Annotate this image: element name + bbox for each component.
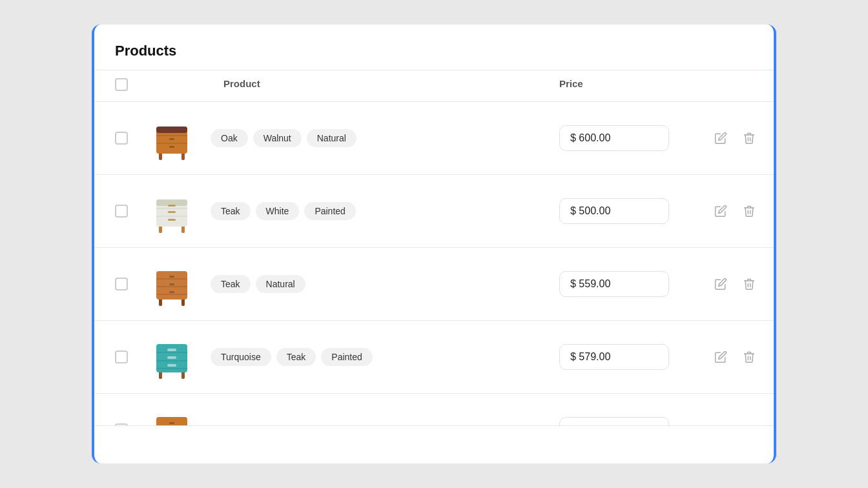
products-card: Products Product Price OakWalnutNatural bbox=[92, 25, 776, 463]
column-header-price: Price bbox=[559, 78, 701, 94]
svg-rect-37 bbox=[169, 422, 174, 424]
svg-rect-35 bbox=[156, 417, 187, 426]
svg-rect-34 bbox=[167, 364, 176, 367]
price-input[interactable] bbox=[559, 271, 669, 297]
svg-rect-23 bbox=[169, 276, 174, 278]
table-body: OakWalnutNatural bbox=[94, 102, 774, 426]
product-image bbox=[146, 331, 198, 383]
svg-rect-25 bbox=[169, 291, 174, 293]
price-cell bbox=[559, 271, 701, 297]
edit-icon bbox=[714, 278, 727, 290]
product-tags: OakWalnutNatural bbox=[211, 129, 356, 147]
table-row: TeakWhitePainted bbox=[94, 175, 774, 248]
delete-button[interactable] bbox=[740, 202, 758, 220]
price-input[interactable] bbox=[559, 344, 669, 370]
row-checkbox[interactable] bbox=[115, 205, 128, 218]
product-cell: TurquoiseTeakPainted bbox=[146, 331, 559, 383]
partial-product-cell bbox=[146, 404, 559, 426]
product-tag: Natural bbox=[307, 129, 356, 147]
table-header: Product Price bbox=[94, 70, 774, 102]
row-checkbox[interactable] bbox=[115, 278, 128, 290]
partial-checkbox-cell bbox=[115, 423, 146, 426]
svg-rect-16 bbox=[168, 219, 176, 221]
price-cell bbox=[559, 344, 701, 370]
product-image bbox=[146, 258, 198, 310]
edit-button[interactable] bbox=[712, 348, 730, 366]
row-checkbox-cell bbox=[115, 205, 146, 218]
actions-cell bbox=[701, 275, 753, 293]
svg-rect-6 bbox=[169, 138, 174, 140]
delete-icon bbox=[743, 205, 756, 218]
product-tag: Painted bbox=[321, 348, 372, 366]
row-checkbox-cell bbox=[115, 351, 146, 363]
row-checkbox-cell bbox=[115, 278, 146, 290]
header-checkbox-cell bbox=[115, 78, 146, 94]
delete-button[interactable] bbox=[740, 129, 758, 147]
partial-product-image bbox=[146, 404, 198, 426]
partial-price-input[interactable] bbox=[559, 417, 669, 426]
delete-icon bbox=[743, 132, 756, 145]
delete-icon bbox=[743, 351, 756, 363]
svg-rect-24 bbox=[169, 283, 174, 285]
delete-icon bbox=[743, 278, 756, 290]
price-input[interactable] bbox=[559, 198, 669, 224]
edit-icon bbox=[714, 351, 727, 363]
price-input[interactable] bbox=[559, 125, 669, 151]
row-checkbox[interactable] bbox=[115, 351, 128, 363]
product-tag: Teak bbox=[211, 202, 251, 220]
product-tag: Natural bbox=[256, 275, 305, 293]
product-tags: TeakNatural bbox=[211, 275, 305, 293]
product-cell: TeakNatural bbox=[146, 258, 559, 310]
product-cell: OakWalnutNatural bbox=[146, 112, 559, 164]
column-header-product: Product bbox=[146, 78, 559, 94]
svg-rect-7 bbox=[169, 146, 174, 148]
svg-rect-32 bbox=[167, 349, 176, 351]
product-tag: Walnut bbox=[253, 129, 302, 147]
product-tag: Oak bbox=[211, 129, 248, 147]
svg-rect-33 bbox=[167, 356, 176, 359]
product-image bbox=[146, 185, 198, 237]
row-checkbox-cell bbox=[115, 132, 146, 145]
product-tag: Teak bbox=[211, 275, 251, 293]
edit-button[interactable] bbox=[712, 129, 730, 147]
price-cell bbox=[559, 125, 701, 151]
edit-icon bbox=[714, 132, 727, 145]
svg-rect-3 bbox=[156, 127, 187, 133]
actions-cell bbox=[701, 348, 753, 366]
product-tags: TeakWhitePainted bbox=[211, 202, 356, 220]
edit-icon bbox=[714, 205, 727, 218]
price-cell bbox=[559, 198, 701, 224]
table-row-partial bbox=[94, 394, 774, 426]
product-image bbox=[146, 112, 198, 164]
product-tag: Painted bbox=[304, 202, 355, 220]
delete-button[interactable] bbox=[740, 275, 758, 293]
table-row: TurquoiseTeakPainted bbox=[94, 321, 774, 394]
row-checkbox[interactable] bbox=[115, 132, 128, 145]
delete-button[interactable] bbox=[740, 348, 758, 366]
partial-price-cell bbox=[559, 417, 701, 426]
table-row: OakWalnutNatural bbox=[94, 102, 774, 175]
select-all-checkbox[interactable] bbox=[115, 78, 128, 91]
actions-cell bbox=[701, 202, 753, 220]
partial-row-checkbox[interactable] bbox=[115, 423, 128, 426]
actions-cell bbox=[701, 129, 753, 147]
product-tag: Turquoise bbox=[211, 348, 271, 366]
product-cell: TeakWhitePainted bbox=[146, 185, 559, 237]
svg-rect-14 bbox=[168, 205, 176, 207]
table-row: TeakNatural bbox=[94, 248, 774, 321]
page-title: Products bbox=[115, 43, 753, 59]
product-tag: White bbox=[256, 202, 300, 220]
product-tag: Teak bbox=[276, 348, 316, 366]
card-header: Products bbox=[94, 25, 774, 70]
product-tags: TurquoiseTeakPainted bbox=[211, 348, 373, 366]
svg-rect-15 bbox=[168, 211, 176, 213]
edit-button[interactable] bbox=[712, 202, 730, 220]
edit-button[interactable] bbox=[712, 275, 730, 293]
